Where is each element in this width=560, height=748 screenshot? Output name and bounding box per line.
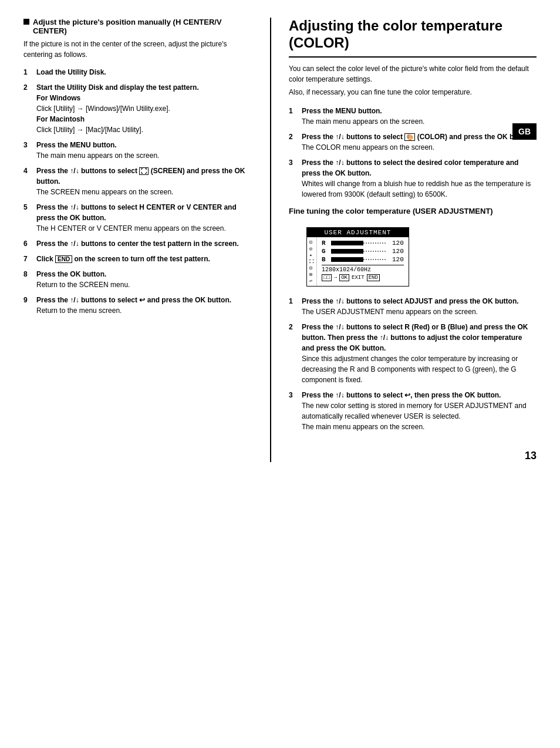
- step-8-title: Press the OK button.: [36, 269, 130, 279]
- right-step-3-title: Press the ↑/↓ buttons to select the desi…: [302, 157, 537, 178]
- left-step-4: 4 Press the ↑/↓ buttons to select ⛶ (SCR…: [23, 166, 252, 197]
- ua-icon-4: ⛶: [309, 259, 314, 264]
- right-step2-2-title: Press the ↑/↓ buttons to select R (Red) …: [302, 322, 537, 353]
- right-step-2: 2 Press the ↑/↓ buttons to select 🎨 (COL…: [289, 132, 537, 153]
- right-step2-3: 3 Press the ↑/↓ buttons to select ↩, the…: [289, 390, 537, 432]
- step-num-3: 3: [23, 140, 32, 161]
- ua-left-icons: ⊡ ◎ ✦ ⛶ ⊟ ⊞ ↩: [307, 237, 317, 286]
- left-section-heading: Adjust the picture's position manually (…: [23, 18, 252, 35]
- step-1-title: Load the Utility Disk.: [36, 67, 106, 78]
- step-4-title: Press the ↑/↓ buttons to select ⛶ (SCREE…: [36, 166, 252, 187]
- right-step-2-title: Press the ↑/↓ buttons to select 🎨 (COLOR…: [302, 132, 534, 142]
- step-4-content: Press the ↑/↓ buttons to select ⛶ (SCREE…: [36, 166, 252, 197]
- right-step2-num-2: 2: [289, 322, 297, 385]
- ua-resolution: 1280x1024/60Hz: [322, 265, 404, 273]
- step-9-title: Press the ↑/↓ buttons to select ↩ and pr…: [36, 295, 231, 305]
- step-2-body: For Windows Click [Utility] → [Windows]/…: [36, 93, 199, 135]
- right-step-2-content: Press the ↑/↓ buttons to select 🎨 (COLOR…: [302, 132, 534, 153]
- left-step-8: 8 Press the OK button. Return to the SCR…: [23, 269, 252, 290]
- ua-btn-squares: □□: [322, 274, 332, 281]
- right-step2-3-content: Press the ↑/↓ buttons to select ↩, then …: [302, 390, 537, 432]
- ua-title-bar: USER ADJUSTMENT: [307, 228, 409, 237]
- right-intro-2: Also, if necessary, you can fine tune th…: [289, 87, 537, 97]
- step-3-content: Press the MENU button. The main menu app…: [36, 140, 159, 161]
- right-step-num-2: 2: [289, 132, 297, 153]
- right-step-num-1: 1: [289, 106, 297, 127]
- left-step-6: 6 Press the ↑/↓ buttons to center the te…: [23, 238, 252, 249]
- right-step-1-title: Press the MENU button.: [302, 106, 424, 116]
- section-square-icon: [23, 19, 29, 25]
- left-step-9: 9 Press the ↑/↓ buttons to select ↩ and …: [23, 295, 252, 316]
- step-5-title: Press the ↑/↓ buttons to select H CENTER…: [36, 202, 252, 223]
- right-step2-2: 2 Press the ↑/↓ buttons to select R (Red…: [289, 322, 537, 385]
- left-step-5: 5 Press the ↑/↓ buttons to select H CENT…: [23, 202, 252, 234]
- ua-arrow-right: →: [334, 275, 337, 281]
- left-column: Adjust the picture's position manually (…: [23, 18, 270, 462]
- step-1-content: Load the Utility Disk.: [36, 67, 106, 78]
- svg-rect-4: [331, 257, 363, 262]
- left-steps-list: 1 Load the Utility Disk. 2 Start the Uti…: [23, 67, 252, 316]
- step-8-content: Press the OK button. Return to the SCREE…: [36, 269, 130, 290]
- right-step2-1-content: Press the ↑/↓ buttons to select ADJUST a…: [302, 296, 519, 317]
- ua-row-b: B 120: [322, 256, 404, 263]
- left-step-1: 1 Load the Utility Disk.: [23, 67, 252, 78]
- step-6-title: Press the ↑/↓ buttons to center the test…: [36, 238, 239, 249]
- ua-label-b: B: [322, 256, 329, 263]
- step-2-title: Start the Utility Disk and display the t…: [36, 82, 199, 93]
- ua-icon-2: ◎: [309, 246, 314, 251]
- left-heading-text: Adjust the picture's position manually (…: [33, 18, 252, 35]
- right-step-1-content: Press the MENU button. The main menu app…: [302, 106, 424, 127]
- right-step2-1: 1 Press the ↑/↓ buttons to select ADJUST…: [289, 296, 537, 317]
- right-step-3-body: Whites will change from a bluish hue to …: [302, 178, 537, 200]
- left-step-3: 3 Press the MENU button. The main menu a…: [23, 140, 252, 161]
- right-title: Adjusting the color temperature (COLOR): [289, 18, 537, 58]
- ua-btn-exit: EXIT: [352, 275, 365, 281]
- step-9-content: Press the ↑/↓ buttons to select ↩ and pr…: [36, 295, 231, 316]
- ua-value-b: 120: [392, 256, 404, 263]
- gb-badge: GB: [512, 123, 537, 140]
- ua-row-g: G 120: [322, 248, 404, 255]
- step-6-content: Press the ↑/↓ buttons to center the test…: [36, 238, 239, 249]
- right-step-2-body: The COLOR menu appears on the screen.: [302, 142, 534, 153]
- fine-tuning-heading: Fine tuning the color temperature (USER …: [289, 207, 537, 215]
- left-step-2: 2 Start the Utility Disk and display the…: [23, 82, 252, 135]
- step-5-body: The H CENTER or V CENTER menu appears on…: [36, 223, 252, 234]
- right-step2-3-title: Press the ↑/↓ buttons to select ↩, then …: [302, 390, 537, 400]
- ua-btn-ok: OK: [339, 274, 349, 281]
- ua-bar-r: [331, 240, 390, 246]
- right-step2-2-body: Since this adjustment changes the color …: [302, 353, 537, 385]
- step-num-8: 8: [23, 269, 32, 290]
- ua-bar-g: [331, 248, 390, 254]
- ua-value-g: 120: [392, 248, 404, 255]
- step-3-body: The main menu appears on the screen.: [36, 150, 159, 161]
- step-9-body: Return to the menu screen.: [36, 305, 231, 316]
- right-step-1-body: The main menu appears on the screen.: [302, 116, 424, 127]
- step-num-7: 7: [23, 254, 32, 264]
- right-steps-list: 1 Press the MENU button. The main menu a…: [289, 106, 537, 200]
- step-num-9: 9: [23, 295, 32, 316]
- left-intro: If the picture is not in the center of t…: [23, 39, 252, 60]
- step-num-5: 5: [23, 202, 32, 234]
- ua-bottom-bar: □□ → OK EXIT END: [322, 274, 404, 281]
- right-step2-num-3: 3: [289, 390, 297, 432]
- step-num-4: 4: [23, 166, 32, 197]
- page-number: 13: [289, 450, 537, 462]
- right-step2-1-title: Press the ↑/↓ buttons to select ADJUST a…: [302, 296, 519, 306]
- ua-icon-7: ↩: [309, 278, 314, 284]
- right-step2-num-1: 1: [289, 296, 297, 317]
- ua-icon-5: ⊟: [309, 265, 314, 271]
- step-4-body: The SCREEN menu appears on the screen.: [36, 187, 252, 197]
- step-8-body: Return to the SCREEN menu.: [36, 279, 130, 290]
- right-step2-2-content: Press the ↑/↓ buttons to select R (Red) …: [302, 322, 537, 385]
- user-adjustment-box: USER ADJUSTMENT ⊡ ◎ ✦ ⛶ ⊟ ⊞ ↩ R: [306, 227, 409, 287]
- step-num-2: 2: [23, 82, 32, 135]
- right-step2-1-body: The USER ADJUSTMENT menu appears on the …: [302, 306, 519, 317]
- ua-icon-6: ⊞: [309, 272, 314, 277]
- step-7-title: Click END on the screen to turn off the …: [36, 254, 210, 264]
- right-intro-1: You can select the color level of the pi…: [289, 63, 537, 85]
- ua-icon-3: ✦: [309, 252, 314, 258]
- ua-row-r: R 120: [322, 240, 404, 247]
- right-column: GB Adjusting the color temperature (COLO…: [270, 18, 537, 462]
- step-7-content: Click END on the screen to turn off the …: [36, 254, 210, 264]
- ua-label-g: G: [322, 248, 329, 255]
